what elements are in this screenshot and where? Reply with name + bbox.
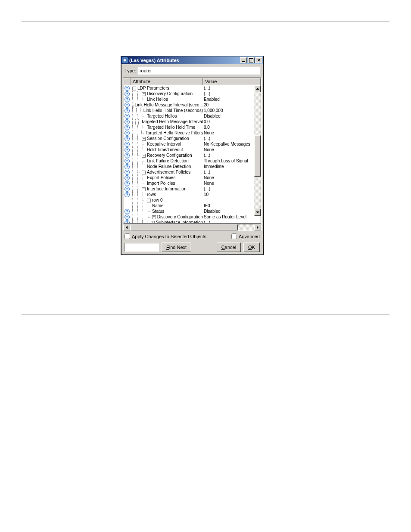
help-icon[interactable]: ?: [125, 164, 130, 169]
table-row[interactable]: ?Recovery Configuration(...): [124, 152, 261, 158]
help-icon[interactable]: ?: [125, 97, 130, 102]
attr-value[interactable]: [203, 197, 261, 203]
scroll-right-button[interactable]: [254, 224, 261, 230]
help-icon[interactable]: ?: [125, 187, 130, 192]
find-next-button[interactable]: Find Next: [162, 243, 191, 252]
collapse-icon[interactable]: [142, 137, 146, 141]
collapse-icon[interactable]: [142, 92, 146, 96]
table-row[interactable]: ?Targeted Hello Message Interval0.0: [124, 119, 261, 124]
attr-value[interactable]: Enabled: [203, 96, 261, 102]
table-row[interactable]: ?Hold Time/TimeoutNone: [124, 147, 261, 152]
help-icon[interactable]: ?: [125, 103, 130, 108]
scroll-up-button[interactable]: [254, 85, 261, 92]
attr-value[interactable]: Same as Router Level: [203, 214, 261, 220]
table-row[interactable]: ?Targeted HellosDisabled: [124, 113, 261, 119]
attr-value[interactable]: 0.0: [203, 124, 261, 130]
help-icon[interactable]: ?: [125, 159, 130, 164]
collapse-icon[interactable]: [142, 154, 146, 158]
col-attribute[interactable]: Attribute: [131, 78, 203, 85]
help-icon[interactable]: ?: [125, 108, 130, 113]
help-icon[interactable]: ?: [125, 136, 130, 141]
table-row[interactable]: ?Node Failure DetectionImmediate: [124, 164, 261, 169]
help-icon[interactable]: ?: [125, 215, 130, 220]
help-icon[interactable]: ?: [125, 170, 130, 175]
maximize-button[interactable]: [248, 57, 255, 63]
table-row[interactable]: ?Link Hello Message Interval (seco...20: [124, 102, 261, 108]
attr-value[interactable]: No Keepalive Messages: [203, 141, 261, 147]
help-icon[interactable]: ?: [125, 125, 130, 130]
table-row[interactable]: ?Import PoliciesNone: [124, 180, 261, 186]
attr-value[interactable]: (...): [203, 186, 261, 192]
col-value[interactable]: Value: [203, 78, 261, 85]
table-row[interactable]: ?LDP Parameters(...): [124, 85, 261, 91]
table-row[interactable]: ?Discovery ConfigurationSame as Router L…: [124, 214, 261, 220]
help-icon[interactable]: ?: [125, 86, 130, 91]
table-row[interactable]: ?Link Hello Hold Time (seconds)1,000,000: [124, 108, 261, 113]
attr-value[interactable]: (...): [203, 85, 261, 91]
attr-value[interactable]: (...): [203, 136, 261, 141]
attr-value[interactable]: None: [203, 180, 261, 186]
help-icon[interactable]: ?: [125, 91, 130, 96]
table-row[interactable]: ?Link Failure DetectionThrough Loss of S…: [124, 158, 261, 164]
help-icon[interactable]: ?: [125, 131, 130, 136]
attr-value[interactable]: 10: [203, 192, 261, 197]
collapse-icon[interactable]: [142, 171, 146, 174]
table-row[interactable]: ?Discovery Configuration(...): [124, 91, 261, 96]
collapse-icon[interactable]: [142, 187, 146, 191]
scroll-thumb[interactable]: [254, 135, 261, 177]
table-row[interactable]: ?Link HellosEnabled: [124, 96, 261, 102]
expand-icon[interactable]: [152, 215, 156, 219]
help-icon[interactable]: ?: [125, 175, 130, 180]
help-icon[interactable]: ?: [125, 181, 130, 186]
attr-value[interactable]: Disabled: [203, 113, 261, 119]
help-icon[interactable]: ?: [125, 220, 130, 224]
table-row[interactable]: ?Interface Information(...): [124, 186, 261, 192]
table-row[interactable]: ?StatusDisabled: [124, 208, 261, 214]
horizontal-scrollbar[interactable]: [123, 224, 262, 231]
attr-value[interactable]: Immediate: [203, 164, 261, 169]
minimize-button[interactable]: [240, 57, 247, 63]
help-icon[interactable]: ?: [125, 119, 130, 124]
help-icon[interactable]: ?: [125, 192, 130, 197]
table-row[interactable]: ?Targeted Hello Receive FiltersNone: [124, 130, 261, 136]
expand-icon[interactable]: [151, 221, 155, 223]
attr-value[interactable]: Disabled: [203, 208, 261, 214]
attr-value[interactable]: IF0: [203, 203, 261, 208]
table-row[interactable]: NameIF0: [124, 203, 261, 208]
help-icon[interactable]: ?: [125, 114, 130, 119]
attr-value[interactable]: (...): [203, 152, 261, 158]
find-input[interactable]: [125, 243, 159, 252]
attr-value[interactable]: None: [203, 130, 261, 136]
advanced-checkbox[interactable]: Advanced: [231, 233, 260, 239]
attr-value[interactable]: 20: [203, 102, 261, 108]
attr-value[interactable]: Through Loss of Signal: [203, 158, 261, 164]
table-row[interactable]: row 0: [124, 197, 261, 203]
hscroll-thumb[interactable]: [130, 224, 238, 230]
collapse-icon[interactable]: [132, 87, 136, 90]
table-row[interactable]: ?Keepalive IntervalNo Keepalive Messages: [124, 141, 261, 147]
attr-value[interactable]: (...): [203, 220, 261, 223]
table-row[interactable]: ?Export PoliciesNone: [124, 175, 261, 180]
attr-value[interactable]: None: [203, 147, 261, 152]
ok-button[interactable]: OK: [243, 243, 260, 252]
collapse-icon[interactable]: [147, 199, 151, 202]
table-row[interactable]: ?rows10: [124, 192, 261, 197]
attr-value[interactable]: (...): [203, 169, 261, 175]
table-row[interactable]: ?Session Configuration(...): [124, 136, 261, 141]
attr-value[interactable]: 1,000,000: [203, 108, 261, 113]
help-icon[interactable]: ?: [125, 153, 130, 158]
table-row[interactable]: ?Advertisement Policies(...): [124, 169, 261, 175]
titlebar[interactable]: (Las Vegas) Attributes: [121, 56, 263, 64]
vertical-scrollbar[interactable]: [254, 85, 261, 216]
table-row[interactable]: ?Subinterface Information(...): [124, 220, 261, 223]
cancel-button[interactable]: Cancel: [217, 243, 241, 252]
help-icon[interactable]: ?: [125, 142, 130, 147]
help-icon[interactable]: ?: [125, 147, 130, 152]
close-button[interactable]: [255, 57, 262, 63]
attr-value[interactable]: None: [203, 175, 261, 180]
help-icon[interactable]: ?: [125, 209, 130, 214]
scroll-left-button[interactable]: [123, 224, 130, 230]
type-input[interactable]: [138, 67, 260, 75]
grid-body[interactable]: ?LDP Parameters(...)?Discovery Configura…: [124, 85, 261, 223]
scroll-down-button[interactable]: [254, 209, 261, 216]
